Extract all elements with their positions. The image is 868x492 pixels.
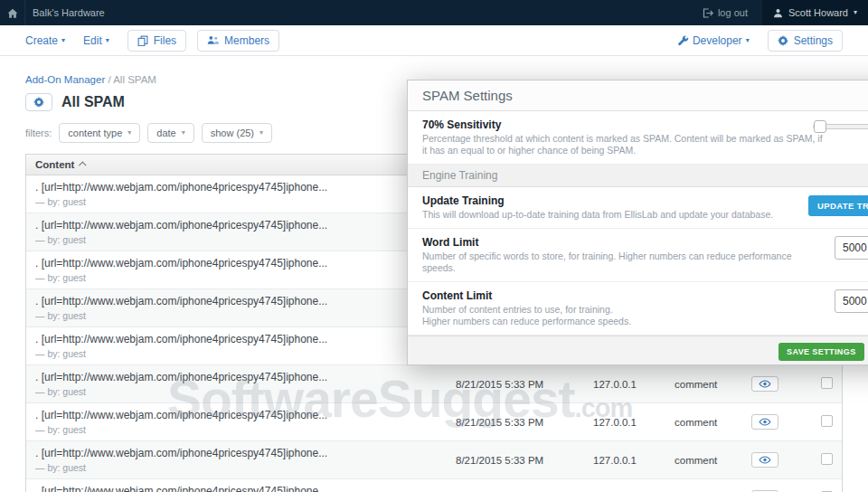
home-button[interactable] [0,0,25,25]
spam-settings-modal: SPAM Settings 70% Sensitivity Percentage… [407,80,868,365]
row-content-cell: . [url=http://www.webjam.com/iphone4pric… [26,289,433,326]
row-date: 8/21/2015 5:33 PM [433,417,569,428]
files-button[interactable]: Files [127,30,186,52]
row-check-cell [799,376,842,393]
row-content-text: . [url=http://www.webjam.com/iphone4pric… [35,257,424,270]
developer-button[interactable]: Developer ▾ [678,34,750,47]
word-limit-description: Number of specific words to store, for t… [422,251,825,274]
slider-handle[interactable] [814,120,826,133]
filter-content-type-label: content type [68,128,122,138]
filter-content-type[interactable]: content type ▾ [59,123,140,143]
logout-label: log out [718,7,748,18]
chevron-down-icon: ▾ [127,129,131,137]
edit-button[interactable]: Edit ▾ [83,34,109,47]
row-author-text: — by: guest [35,462,424,473]
row-author-text: — by: guest [35,348,424,359]
row-author-text: — by: guest [35,386,424,397]
view-button[interactable] [751,376,778,392]
eye-icon [759,456,771,464]
word-limit-row: Word Limit Number of specific words to s… [408,229,868,282]
word-limit-input[interactable] [835,236,868,260]
gear-icon [33,97,44,108]
row-date: 8/21/2015 5:33 PM [433,455,569,466]
members-label: Members [224,34,269,47]
row-author-text: — by: guest [35,272,424,283]
row-ip: 127.0.0.1 [569,379,655,390]
developer-label: Developer [693,34,742,47]
create-label: Create [25,34,58,47]
row-view-cell [731,414,799,430]
row-type: comment [655,455,731,466]
row-content-text: . [url=http://www.webjam.com/iphone4pric… [35,181,424,194]
edit-label: Edit [83,34,102,47]
filter-date-label: date [156,128,175,138]
content-limit-row: Content Limit Number of content entries … [408,282,868,336]
row-content-cell: . [url=http://www.webjam.com/iphone4pric… [26,479,433,492]
update-training-button[interactable]: UPDATE TRAINING [808,195,868,216]
settings-button[interactable]: Settings [768,30,843,52]
wrench-icon [678,35,689,46]
files-label: Files [154,34,176,47]
view-button[interactable] [751,414,778,430]
sensitivity-description: Percentage threshold at which content is… [422,133,825,156]
sensitivity-row: 70% Sensitivity Percentage threshold at … [408,111,868,165]
row-checkbox[interactable] [821,453,833,465]
update-training-description: This will download up-to-date training d… [422,209,825,221]
chevron-down-icon: ▾ [106,37,109,44]
logout-icon [703,8,713,18]
sort-asc-icon [79,161,86,168]
user-menu[interactable]: Scott Howard ▾ [762,0,868,25]
chevron-down-icon: ▾ [259,129,263,137]
chevron-down-icon: ▾ [182,129,185,137]
save-settings-button[interactable]: SAVE SETTINGS [778,343,864,361]
row-author-text: — by: guest [35,234,424,245]
page-title: All SPAM [61,94,125,110]
row-view-cell [731,376,799,392]
row-content-cell: . [url=http://www.webjam.com/iphone4pric… [26,327,433,364]
page-settings-button[interactable] [25,93,52,111]
topbar: Balk's Hardware log out Scott Howard ▾ [0,0,868,25]
home-icon [7,8,18,18]
view-button[interactable] [751,452,778,468]
filter-show[interactable]: show (25) ▾ [202,123,272,143]
modal-title: SPAM Settings [408,80,868,111]
table-row: . [url=http://www.webjam.com/iphone4pric… [26,364,842,402]
row-checkbox[interactable] [821,415,833,427]
row-date: 8/21/2015 5:33 PM [433,379,569,390]
logout-button[interactable]: log out [703,7,748,18]
settings-label: Settings [794,34,833,47]
user-name: Scott Howard [788,7,848,18]
table-row: . [url=http://www.webjam.com/iphone4pric… [26,402,842,440]
content-limit-label: Content Limit [422,289,868,302]
row-ip: 127.0.0.1 [569,455,655,466]
row-type: comment [655,417,731,428]
breadcrumb-current: All SPAM [113,74,156,85]
chevron-down-icon: ▾ [61,37,65,44]
toolbar: Create ▾ Edit ▾ Files Members Developer … [0,25,868,56]
row-content-text: . [url=http://www.webjam.com/iphone4pric… [35,333,424,345]
create-button[interactable]: Create ▾ [25,34,65,47]
members-button[interactable]: Members [197,30,279,52]
content-header-label: Content [35,159,74,170]
sensitivity-label: 70% Sensitivity [422,118,868,131]
table-row: . [url=http://www.webjam.com/iphone4pric… [26,440,842,478]
row-content-text: . [url=http://www.webjam.com/iphone4pric… [35,371,424,383]
row-content-cell: . [url=http://www.webjam.com/iphone4pric… [26,251,433,289]
filter-date[interactable]: date ▾ [147,123,193,143]
members-icon [207,35,219,45]
engine-training-section-header: Engine Training [408,165,868,187]
eye-icon [759,380,771,388]
sensitivity-slider[interactable] [813,124,868,129]
row-content-text: . [url=http://www.webjam.com/iphone4pric… [35,447,424,459]
breadcrumb-addon-manager[interactable]: Add-On Manager [25,74,105,85]
site-title: Balk's Hardware [33,7,105,18]
filter-show-label: show (25) [211,128,254,138]
row-content-text: . [url=http://www.webjam.com/iphone4pric… [35,295,424,308]
content-limit-input[interactable] [835,289,868,313]
modal-footer: SAVE SETTINGS [408,336,868,364]
row-content-cell: . [url=http://www.webjam.com/iphone4pric… [26,175,433,213]
row-view-cell [731,452,799,468]
eye-icon [759,418,771,426]
row-checkbox[interactable] [821,377,833,389]
row-content-cell: . [url=http://www.webjam.com/iphone4pric… [26,365,433,402]
